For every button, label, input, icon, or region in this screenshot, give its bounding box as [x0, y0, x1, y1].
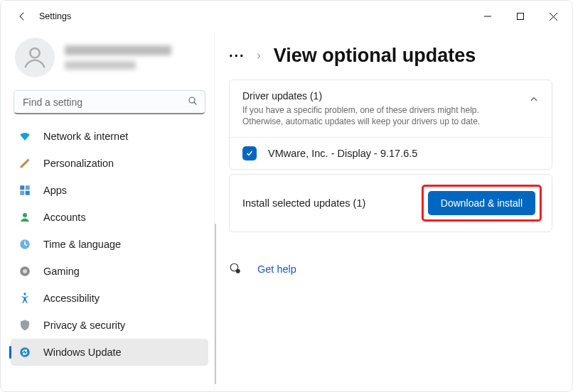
download-install-button[interactable]: Download & install	[428, 191, 535, 215]
back-button[interactable]	[14, 8, 31, 25]
globe-clock-icon	[18, 237, 32, 251]
nav-label: Personalization	[43, 158, 114, 169]
svg-point-14	[23, 269, 27, 273]
scroll-indicator[interactable]	[215, 224, 216, 384]
nav-label: Accessibility	[43, 293, 100, 304]
gaming-icon	[18, 264, 32, 278]
sidebar-item-personalization[interactable]: Personalization	[11, 150, 208, 177]
nav-list: Network & internet Personalization Apps …	[11, 123, 208, 366]
svg-rect-8	[26, 185, 30, 190]
search-input[interactable]	[14, 90, 205, 114]
svg-rect-9	[20, 191, 24, 195]
chevron-right-icon	[255, 50, 262, 62]
card-subtitle: If you have a specific problem, one of t…	[242, 104, 498, 127]
sidebar-item-network[interactable]: Network & internet	[11, 123, 208, 150]
nav-label: Gaming	[43, 266, 80, 277]
driver-update-item[interactable]: VMware, Inc. - Display - 9.17.6.5	[230, 137, 552, 169]
apps-icon	[18, 183, 32, 197]
app-title: Settings	[39, 11, 71, 21]
svg-point-15	[23, 293, 26, 295]
install-card: Install selected updates (1) Download & …	[229, 174, 552, 232]
install-label: Install selected updates (1)	[242, 197, 422, 209]
page-title: View optional updates	[274, 45, 476, 67]
profile-name	[65, 45, 171, 70]
shield-icon	[18, 318, 32, 332]
nav-label: Privacy & security	[43, 320, 125, 331]
search-box	[14, 90, 205, 114]
driver-update-label: VMware, Inc. - Display - 9.17.6.5	[268, 148, 417, 159]
brush-icon	[18, 156, 32, 170]
main-content: ··· View optional updates Driver updates…	[214, 32, 572, 391]
svg-rect-1	[518, 13, 524, 20]
accessibility-icon	[18, 291, 32, 305]
avatar	[15, 38, 55, 77]
close-button[interactable]	[537, 6, 569, 27]
chevron-up-icon[interactable]	[529, 94, 539, 104]
profile-block[interactable]	[11, 32, 208, 90]
nav-label: Network & internet	[43, 131, 128, 142]
wifi-icon	[18, 129, 32, 143]
titlebar: Settings	[1, 1, 572, 32]
svg-rect-7	[20, 185, 24, 190]
help-icon: ?	[229, 262, 243, 276]
svg-rect-10	[26, 191, 30, 195]
checkbox-checked[interactable]	[242, 146, 257, 160]
sidebar-item-windows-update[interactable]: Windows Update	[11, 339, 208, 366]
sidebar-item-accessibility[interactable]: Accessibility	[11, 285, 208, 312]
breadcrumb: ··· View optional updates	[229, 45, 552, 67]
nav-label: Windows Update	[43, 347, 122, 358]
svg-point-5	[189, 97, 195, 103]
get-help-link[interactable]: Get help	[257, 263, 296, 275]
sidebar: Network & internet Personalization Apps …	[1, 32, 214, 391]
sidebar-item-gaming[interactable]: Gaming	[11, 258, 208, 285]
sidebar-item-privacy-security[interactable]: Privacy & security	[11, 312, 208, 339]
svg-point-4	[30, 48, 39, 58]
driver-updates-header[interactable]: Driver updates (1) If you have a specifi…	[230, 80, 552, 137]
highlight-annotation: Download & install	[422, 185, 542, 222]
nav-label: Apps	[43, 185, 67, 196]
person-icon	[18, 210, 32, 224]
sidebar-item-apps[interactable]: Apps	[11, 177, 208, 204]
minimize-button[interactable]	[471, 6, 504, 27]
svg-point-16	[20, 347, 30, 357]
sidebar-item-time-language[interactable]: Time & language	[11, 231, 208, 258]
sidebar-item-accounts[interactable]: Accounts	[11, 204, 208, 231]
card-title: Driver updates (1)	[242, 90, 522, 102]
search-icon	[187, 95, 198, 109]
svg-point-11	[23, 213, 27, 217]
maximize-button[interactable]	[504, 6, 537, 27]
breadcrumb-more-icon[interactable]: ···	[229, 48, 245, 64]
window-controls	[471, 6, 569, 27]
driver-updates-card: Driver updates (1) If you have a specifi…	[229, 80, 552, 170]
get-help-row: ? Get help	[229, 262, 552, 276]
refresh-icon	[18, 345, 32, 359]
svg-line-6	[194, 102, 196, 104]
nav-label: Accounts	[43, 212, 86, 223]
nav-label: Time & language	[43, 239, 121, 250]
